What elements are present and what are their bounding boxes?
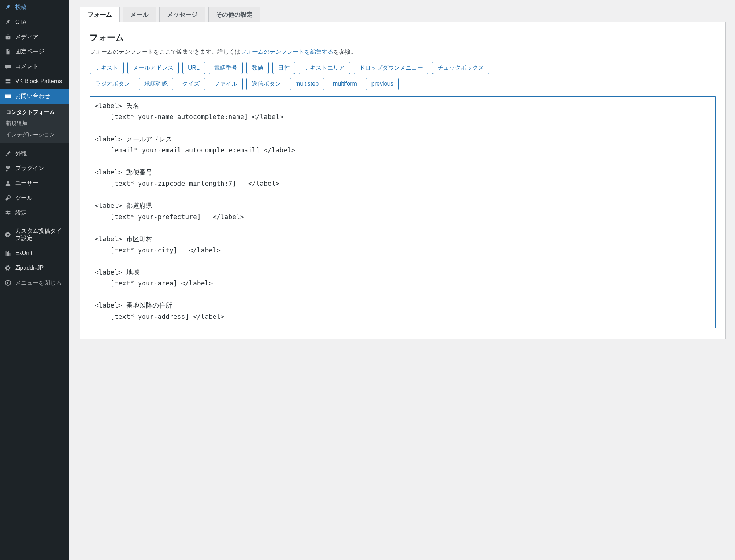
sidebar-item-cta[interactable]: CTA: [0, 15, 69, 30]
tag-button[interactable]: URL: [182, 62, 205, 74]
panel-heading: フォーム: [90, 32, 716, 43]
sidebar-item-label: ユーザー: [15, 180, 38, 187]
sidebar-item-label: ツール: [15, 194, 33, 202]
collapse-icon: [4, 279, 12, 287]
tag-button[interactable]: previous: [366, 78, 399, 90]
sidebar-menu: 投稿CTAメディア固定ページコメントVK Block Patternsお問い合わ…: [0, 0, 69, 291]
tab-その他の設定[interactable]: その他の設定: [208, 7, 260, 22]
sidebar-submenu: コンタクトフォーム新規追加インテグレーション: [0, 104, 69, 143]
admin-sidebar: 投稿CTAメディア固定ページコメントVK Block Patternsお問い合わ…: [0, 0, 69, 560]
sidebar-item-label: Zipaddr-JP: [15, 264, 44, 272]
tab-メッセージ[interactable]: メッセージ: [159, 7, 205, 22]
sidebar-separator: [0, 143, 69, 145]
tag-button[interactable]: 承諾確認: [139, 78, 173, 90]
svg-point-0: [5, 280, 11, 285]
main-content: フォームメールメッセージその他の設定 フォーム フォームのテンプレートをここで編…: [69, 0, 735, 560]
gear-icon: [4, 231, 12, 238]
tag-button[interactable]: 数値: [246, 62, 269, 74]
tag-button[interactable]: multiform: [328, 78, 362, 90]
sidebar-item-label: お問い合わせ: [15, 92, 50, 100]
sidebar-item-カスタム投稿タイプ設定[interactable]: カスタム投稿タイプ設定: [0, 224, 69, 246]
sidebar-item-label: CTA: [15, 18, 26, 26]
user-icon: [4, 180, 12, 187]
sidebar-item-お問い合わせ[interactable]: お問い合わせ: [0, 89, 69, 104]
sidebar-item-vk-block-patterns[interactable]: VK Block Patterns: [0, 74, 69, 89]
wrench-icon: [4, 194, 12, 202]
sidebar-subitem[interactable]: コンタクトフォーム: [0, 107, 69, 118]
sidebar-item-コメント[interactable]: コメント: [0, 59, 69, 74]
tag-button[interactable]: ラジオボタン: [90, 78, 135, 90]
sidebar-item-外観[interactable]: 外観: [0, 147, 69, 161]
sidebar-item-label: 投稿: [15, 4, 27, 11]
sidebar-item-label: 外観: [15, 150, 27, 158]
sidebar-item-label: 固定ページ: [15, 48, 44, 55]
tag-button[interactable]: ドロップダウンメニュー: [354, 62, 428, 74]
tag-button[interactable]: チェックボックス: [432, 62, 489, 74]
brush-icon: [4, 150, 12, 157]
sidebar-item-label: VK Block Patterns: [15, 78, 62, 85]
tab-フォーム[interactable]: フォーム: [80, 7, 120, 22]
sidebar-item-label: プラグイン: [15, 165, 44, 172]
sidebar-item-ユーザー[interactable]: ユーザー: [0, 176, 69, 191]
tag-generator-row-2: ラジオボタン承諾確認クイズファイル送信ボタンmultistepmultiform…: [90, 78, 716, 90]
tag-button[interactable]: クイズ: [177, 78, 205, 90]
form-panel: フォーム フォームのテンプレートをここで編集できます。詳しくはフォームのテンプレ…: [80, 22, 726, 339]
tab-メール[interactable]: メール: [123, 7, 156, 22]
template-doc-link[interactable]: フォームのテンプレートを編集する: [241, 49, 333, 55]
sidebar-separator: [0, 221, 69, 222]
sidebar-item-label: カスタム投稿タイプ設定: [15, 227, 65, 243]
plug-icon: [4, 165, 12, 172]
tag-generator-row-1: テキストメールアドレスURL電話番号数値日付テキストエリアドロップダウンメニュー…: [90, 62, 716, 74]
sidebar-item-設定[interactable]: 設定: [0, 206, 69, 221]
tag-button[interactable]: メールアドレス: [127, 62, 179, 74]
media-icon: [4, 33, 12, 41]
sidebar-item-label: 設定: [15, 209, 27, 217]
sidebar-item-投稿[interactable]: 投稿: [0, 0, 69, 15]
editor-tabs: フォームメールメッセージその他の設定: [80, 7, 726, 22]
mail-icon: [4, 92, 12, 100]
sliders-icon: [4, 209, 12, 217]
tag-button[interactable]: 日付: [272, 62, 295, 74]
sidebar-item-label: コメント: [15, 63, 38, 70]
panel-description: フォームのテンプレートをここで編集できます。詳しくはフォームのテンプレートを編集…: [90, 48, 716, 56]
grid-icon: [4, 78, 12, 85]
tag-button[interactable]: テキストエリア: [299, 62, 350, 74]
sidebar-item-zipaddr-jp[interactable]: Zipaddr-JP: [0, 261, 69, 276]
sidebar-item-label: メニューを閉じる: [15, 279, 62, 287]
form-template-textarea[interactable]: [90, 96, 716, 328]
exunit-icon: [4, 250, 12, 257]
tag-button[interactable]: 電話番号: [209, 62, 243, 74]
sidebar-subitem[interactable]: 新規追加: [0, 118, 69, 129]
sidebar-item-メニューを閉じる[interactable]: メニューを閉じる: [0, 276, 69, 291]
sidebar-item-label: メディア: [15, 33, 38, 41]
sidebar-item-プラグイン[interactable]: プラグイン: [0, 161, 69, 176]
page-icon: [4, 48, 12, 55]
comment-icon: [4, 63, 12, 70]
sidebar-subitem[interactable]: インテグレーション: [0, 129, 69, 140]
sidebar-item-exunit[interactable]: ExUnit: [0, 246, 69, 261]
sidebar-item-label: ExUnit: [15, 250, 32, 257]
sidebar-item-メディア[interactable]: メディア: [0, 30, 69, 45]
tag-button[interactable]: 送信ボタン: [246, 78, 286, 90]
sidebar-item-固定ページ[interactable]: 固定ページ: [0, 44, 69, 59]
gear-icon: [4, 264, 12, 272]
pin-icon: [4, 4, 12, 11]
tag-button[interactable]: ファイル: [209, 78, 243, 90]
tag-button[interactable]: multistep: [290, 78, 324, 90]
pin-icon: [4, 18, 12, 26]
sidebar-item-ツール[interactable]: ツール: [0, 191, 69, 206]
tag-button[interactable]: テキスト: [90, 62, 124, 74]
